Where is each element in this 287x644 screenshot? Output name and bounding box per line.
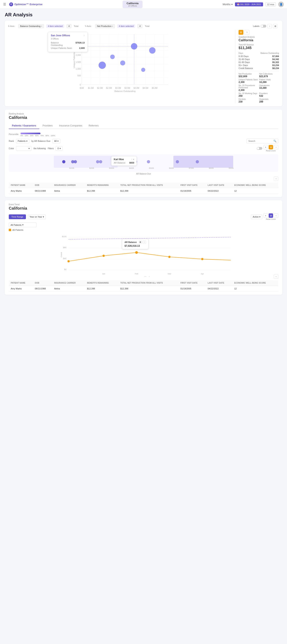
qp-icons: ⊞ ↑	[239, 30, 279, 35]
qp-label: Quadrant Analysis	[239, 36, 279, 38]
tab-referrers[interactable]: Referrers	[85, 123, 102, 129]
et-dot-4[interactable]	[201, 258, 204, 260]
yaxis-label: Y-Axis:	[85, 25, 93, 27]
color-label: Color	[9, 147, 14, 150]
rank-table-row-0: Amy Marks 08/21/1988 Aetna $12,398 $12,3…	[9, 188, 278, 194]
rank-tooltip: Karl Moe ↑ × AR Balance $650	[111, 156, 137, 166]
scatter-dot-1[interactable]	[99, 62, 106, 69]
x-tick-7: $4.5M	[143, 87, 148, 89]
active-select[interactable]: Active ▾	[251, 214, 262, 219]
xaxis-total: Total	[74, 25, 78, 27]
qp-day-row-1: 31-60 Days $4,342	[239, 58, 279, 60]
rank-search-area[interactable]: 🔍	[247, 138, 278, 144]
rank-zoom-in[interactable]: +	[264, 145, 268, 150]
rank-dot-9[interactable]	[196, 160, 199, 163]
ar-upload-icon[interactable]: ↑	[268, 24, 272, 28]
scatter-dot-3[interactable]	[120, 60, 125, 66]
year-on-year-select[interactable]: Year on Year ▾	[28, 214, 46, 219]
yaxis-chevron: ▾	[112, 25, 113, 27]
rank-all-select[interactable]: All ▾	[52, 139, 60, 144]
xaxis-label: X-Axis:	[8, 25, 16, 27]
rank-tooltip-close[interactable]: ×	[133, 158, 134, 160]
location-offices: 14 Offices	[127, 5, 139, 7]
rank-export[interactable]: ↑	[274, 145, 278, 150]
chart-grid	[82, 34, 168, 84]
rank-table-upload[interactable]: ↑	[274, 176, 278, 181]
months-filter[interactable]: Months ▾	[223, 3, 232, 6]
et-tooltip-grid[interactable]: ⊞	[139, 240, 142, 244]
tab-patients-guarantors[interactable]: Patients / Guarantors	[9, 123, 39, 129]
color-select[interactable]: ▾	[16, 146, 31, 151]
percentile-bar-container: 0% 10% 25% 50% 75% 90% 100%	[20, 132, 44, 136]
scatter-dot-2[interactable]	[110, 54, 115, 59]
et-x-tick-2: Mar	[168, 273, 171, 275]
user-avatar[interactable]: 👤	[278, 2, 284, 7]
percentile-bar	[20, 133, 40, 134]
xaxis-chevron: ▾	[41, 25, 42, 27]
rank-patients-select[interactable]: Patients ▾	[16, 139, 29, 144]
rank-dot-7[interactable]	[147, 160, 150, 163]
et-tooltip-upload[interactable]: ↑	[143, 240, 146, 244]
et-tooltip-title: AR Balance	[125, 241, 137, 243]
rank-tooltip-title-row: Karl Moe ↑ ×	[114, 158, 134, 161]
rank-search-input[interactable]	[248, 140, 272, 142]
ar-chart-area: 3,500 3,000 2,500 2,000 1,500 1,000 500 …	[8, 30, 235, 103]
et-all-patients-select[interactable]: All Patients ▾	[9, 222, 37, 227]
header-right: Months ▾ 📅 JUL 2020 - JUN 2021 12 mos 👤	[223, 2, 284, 7]
rank-dot-2[interactable]	[74, 160, 77, 163]
rank-zoom-controls: + ⊞ ↑ Reset Zoom	[264, 145, 278, 152]
scatter-dot-5[interactable]	[149, 47, 155, 54]
rank-tabs: Patients / Guarantors Providers Insuranc…	[9, 123, 278, 129]
et-patients-select-area: All Patients ▾	[9, 222, 278, 227]
time-range-btn[interactable]: Time Range	[9, 214, 26, 219]
active-chevron: ▾	[259, 216, 261, 218]
scatter-dot-4[interactable]	[141, 68, 145, 72]
y-tick-2: 1,000	[76, 68, 81, 70]
rank-zoom-active[interactable]: ⊞	[269, 145, 273, 150]
et-dot-3[interactable]	[168, 256, 171, 258]
et-dot-0[interactable]	[67, 260, 70, 262]
yaxis-num[interactable]: 4	[138, 24, 142, 28]
qp-day-row-2: 61-90 Days $5,322	[239, 61, 279, 64]
scatter-dot-selected[interactable]	[131, 43, 137, 50]
et-dot-2-selected[interactable]	[135, 251, 138, 254]
rank-dot-8[interactable]	[176, 160, 179, 163]
rank-dot-0[interactable]	[62, 160, 65, 163]
rank-tooltip-balance-row: AR Balance $650	[114, 162, 134, 164]
et-dot-1[interactable]	[103, 255, 105, 257]
et-export[interactable]: ↑	[274, 214, 278, 218]
date-range-badge[interactable]: 📅 JUL 2020 - JUN 2021	[235, 2, 263, 6]
et-row-production: $12,398	[118, 286, 178, 292]
months-chevron: ▾	[231, 3, 233, 6]
x-tick-6: $4.0M	[134, 87, 139, 89]
rank-tooltip-upload[interactable]: ↑	[131, 158, 132, 160]
yaxis-metric-select[interactable]: Net Production ▾	[95, 24, 115, 28]
tooltip-upload-icon[interactable]: ↑	[83, 34, 85, 37]
x-tick-2: $2.0M	[97, 87, 103, 89]
tab-providers[interactable]: Providers	[39, 123, 56, 129]
qp-export-icon[interactable]: ↑	[245, 30, 249, 35]
rank-x-tick-2: $300k	[109, 167, 114, 169]
x-tick-8: $5.0M	[152, 87, 157, 89]
tab-insurance-companies[interactable]: Insurance Companies	[56, 123, 85, 129]
hamburger-icon[interactable]: ☰	[3, 2, 6, 6]
ar-grid-icon[interactable]: ⊞	[273, 24, 278, 28]
qp-table-icon[interactable]: ⊞	[239, 30, 243, 35]
rank-toggle-thumb	[257, 147, 259, 150]
ar-tooltip: San Jose Offices ↑ 3 Offices Balance Out…	[48, 32, 88, 52]
rank-x-tick-6: $700k	[189, 167, 194, 169]
rank-labels-toggle[interactable]	[257, 147, 262, 150]
search-icon: 🔍	[274, 140, 277, 142]
rank-chart-svg: $100k $200k $300k $400k $500k $600k $700…	[9, 156, 278, 170]
filters-count-select[interactable]: 0 ▾	[56, 146, 62, 151]
xaxis-metric-select[interactable]: Balance Outstanding ▾	[18, 24, 44, 28]
rank-dot-4[interactable]	[99, 160, 102, 163]
xaxis-num[interactable]: 4	[67, 24, 71, 28]
rank-dot-3[interactable]	[96, 160, 99, 163]
et-x-tick-0: Jan	[102, 273, 105, 275]
location-button[interactable]: California 14 Offices	[123, 0, 143, 8]
labels-toggle[interactable]	[261, 25, 266, 28]
et-zoom-in[interactable]: +	[264, 214, 268, 218]
et-row-last-visit: 04/22/2022	[206, 286, 232, 292]
et-zoom-active[interactable]: ⊞	[269, 214, 273, 218]
